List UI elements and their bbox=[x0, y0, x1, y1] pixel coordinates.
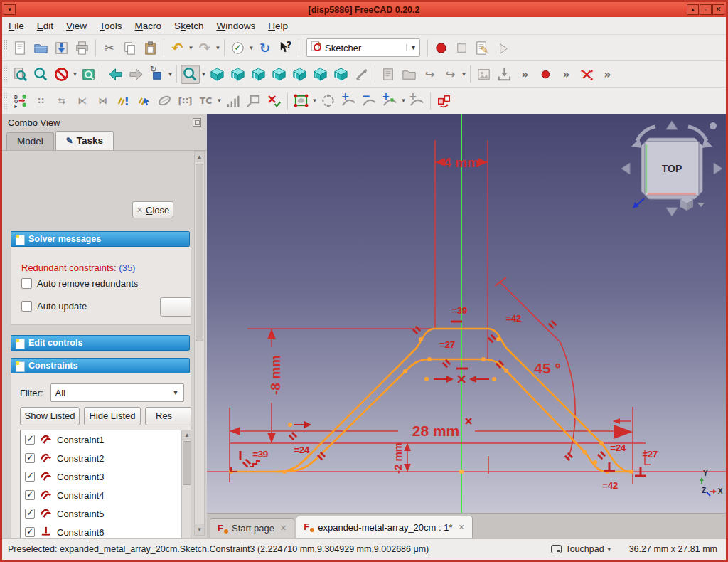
macro-record-small-button[interactable] bbox=[536, 65, 555, 84]
tab-tasks[interactable]: ✎Tasks bbox=[55, 131, 114, 150]
view-front-button[interactable] bbox=[228, 65, 247, 84]
menu-file[interactable]: File bbox=[2, 17, 31, 35]
cut-button[interactable]: ✂ bbox=[100, 38, 119, 58]
filter-dropdown[interactable]: All ▼ bbox=[50, 383, 184, 402]
dropdown-arrow-icon[interactable]: ▼ bbox=[216, 97, 223, 104]
redo-button[interactable]: ↷ bbox=[195, 38, 214, 58]
menu-windows[interactable]: Windows bbox=[210, 17, 262, 35]
navigation-style-selector[interactable]: Touchpad ▾ bbox=[551, 544, 610, 554]
constraints-header[interactable]: Constraints bbox=[11, 358, 190, 373]
menu-tools[interactable]: Tools bbox=[93, 17, 129, 35]
toolbar-overflow-button[interactable]: » bbox=[515, 65, 535, 84]
restore-button[interactable]: Res bbox=[145, 407, 191, 425]
dropdown-arrow-icon[interactable]: ▼ bbox=[400, 97, 407, 104]
dropdown-arrow-icon[interactable]: ▼ bbox=[215, 45, 221, 51]
dropdown-arrow-icon[interactable]: ▼ bbox=[167, 71, 173, 78]
constraint-list-scrollbar[interactable]: ▲ ▼ bbox=[181, 430, 191, 538]
draw-style-button[interactable] bbox=[52, 65, 71, 84]
toolbar-overflow-button[interactable]: » bbox=[598, 65, 617, 84]
select-origin-elements-button[interactable]: [∷] bbox=[176, 91, 195, 110]
macro-record-button[interactable] bbox=[432, 38, 451, 58]
constraint-tools-button[interactable]: TC bbox=[196, 91, 215, 110]
constraint-checkbox[interactable]: ✓ bbox=[25, 472, 35, 482]
scene-inspector-button[interactable] bbox=[474, 65, 493, 84]
dropdown-arrow-icon[interactable]: ▼ bbox=[72, 71, 78, 78]
maximize-button[interactable]: ▫ bbox=[700, 4, 712, 15]
menu-sketch[interactable]: Sketch bbox=[168, 17, 210, 35]
constraint-checkbox[interactable]: ✓ bbox=[25, 527, 35, 537]
constraint-checkbox[interactable]: ✓ bbox=[25, 453, 35, 463]
title-bar[interactable]: ▾ [disp5886] FreeCAD 0.20.2 ▴ ▫ ✕ bbox=[2, 2, 726, 17]
view-right-button[interactable] bbox=[269, 65, 289, 84]
view-rear-button[interactable] bbox=[290, 65, 309, 84]
show-dof-button[interactable]: DOF bbox=[11, 91, 30, 110]
export-import-button[interactable] bbox=[495, 65, 514, 84]
float-panel-icon[interactable] bbox=[193, 118, 201, 127]
save-file-button[interactable] bbox=[52, 38, 71, 58]
constraint-checkbox[interactable]: ✓ bbox=[25, 490, 35, 500]
nav-cube-face-label[interactable]: TOP bbox=[662, 163, 682, 174]
increase-bspline-degree-button[interactable]: + bbox=[339, 91, 358, 110]
delete-all-constraints-button[interactable]: × bbox=[264, 91, 284, 110]
print-button[interactable] bbox=[73, 38, 92, 58]
tab-model[interactable]: Model bbox=[6, 132, 54, 150]
update-button[interactable] bbox=[160, 297, 191, 317]
replace-link-button[interactable]: ↪ bbox=[441, 65, 460, 84]
constraint-row[interactable]: ✓ Constraint5 bbox=[21, 504, 191, 523]
stop-operation-button[interactable]: × bbox=[577, 65, 596, 84]
refresh-button[interactable]: ↻ bbox=[255, 38, 274, 58]
paste-button[interactable] bbox=[141, 38, 160, 58]
increase-knot-multiplicity-button[interactable]: + bbox=[380, 91, 400, 110]
solver-messages-header[interactable]: Solver messages bbox=[11, 231, 190, 247]
constraint-row[interactable]: ✓ Constraint1 bbox=[21, 430, 191, 449]
convert-to-bspline-button[interactable] bbox=[318, 91, 338, 110]
new-file-button[interactable] bbox=[11, 38, 30, 58]
fit-all-button[interactable] bbox=[11, 65, 30, 84]
menu-edit[interactable]: Edit bbox=[31, 17, 60, 35]
toolbar-grip[interactable] bbox=[4, 39, 9, 56]
constraint-row[interactable]: ✓ Constraint4 bbox=[21, 486, 191, 504]
insert-knot-button[interactable]: + bbox=[407, 91, 427, 110]
hide-listed-button[interactable]: Hide Listed bbox=[84, 407, 141, 425]
dim-width-label[interactable]: 4 mm bbox=[444, 155, 479, 170]
sketch-viewport[interactable]: 4 mm -8 mm 28 mm -2 mm 45 ° =39=42=27=39… bbox=[207, 114, 726, 513]
menu-help[interactable]: Help bbox=[262, 17, 294, 35]
view-top-button[interactable] bbox=[249, 65, 268, 84]
constraint-tag[interactable]: =27 bbox=[642, 449, 657, 460]
scroll-up-icon[interactable]: ▲ bbox=[182, 430, 191, 440]
close-window-button[interactable]: ✕ bbox=[712, 4, 724, 15]
dropdown-arrow-icon[interactable]: ▼ bbox=[200, 71, 207, 78]
toolbar-grip[interactable] bbox=[4, 92, 9, 110]
menu-macro[interactable]: Macro bbox=[129, 17, 168, 35]
dropdown-arrow-icon[interactable]: ▼ bbox=[311, 97, 318, 104]
view-left-button[interactable] bbox=[331, 65, 350, 84]
view-rotate-button[interactable]: ↻ bbox=[147, 65, 166, 84]
zoom-tools-button[interactable] bbox=[181, 65, 200, 84]
bspline-information-layer-button[interactable] bbox=[291, 91, 311, 110]
menu-view[interactable]: View bbox=[60, 17, 93, 35]
macro-edit-button[interactable]: ✎ bbox=[473, 38, 492, 58]
document-tab-start-page[interactable]: F Start page ✕ bbox=[210, 518, 294, 538]
scroll-down-icon[interactable]: ▼ bbox=[195, 524, 204, 535]
open-file-button[interactable] bbox=[31, 38, 50, 58]
view-bottom-button[interactable] bbox=[311, 65, 330, 84]
close-tab-icon[interactable]: ✕ bbox=[459, 523, 465, 532]
redundant-count-link[interactable]: (35) bbox=[119, 263, 135, 273]
validate-sketch-button[interactable]: ✓ bbox=[228, 38, 247, 58]
constraint-checkbox[interactable]: ✓ bbox=[25, 509, 35, 519]
scroll-up-icon[interactable]: ▲ bbox=[195, 152, 204, 162]
constraint-tag[interactable]: =42 bbox=[602, 480, 617, 491]
select-redundant-constraints-button[interactable]: ⋉ bbox=[73, 91, 92, 110]
scrollbar-thumb[interactable] bbox=[183, 441, 191, 485]
auto-remove-checkbox[interactable] bbox=[21, 278, 32, 289]
constraint-tag[interactable]: =27 bbox=[439, 339, 454, 350]
macro-stop-button[interactable] bbox=[452, 38, 471, 58]
workbench-selector[interactable]: Sketcher ▼ bbox=[306, 38, 420, 57]
constraint-tag[interactable]: =39 bbox=[451, 305, 466, 316]
decrease-bspline-degree-button[interactable]: − bbox=[360, 91, 379, 110]
shade-button[interactable]: ▴ bbox=[687, 4, 699, 15]
constraint-row[interactable]: ✓ Constraint3 bbox=[21, 467, 191, 486]
auto-update-checkbox[interactable] bbox=[21, 301, 32, 312]
make-link-button[interactable]: ↪ bbox=[420, 65, 439, 84]
fit-selection-button[interactable] bbox=[31, 65, 50, 84]
